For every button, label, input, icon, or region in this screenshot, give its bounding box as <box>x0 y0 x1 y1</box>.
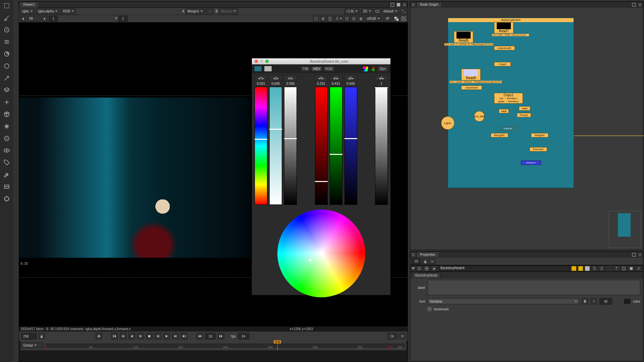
layers-icon[interactable] <box>2 86 11 95</box>
wheel-icon[interactable] <box>363 66 368 71</box>
roi-icon[interactable] <box>313 16 319 22</box>
colorspace-dropdown[interactable]: RGB <box>61 8 76 14</box>
dyn-toggle[interactable]: Dyn <box>377 66 388 72</box>
gpu-dropdown[interactable]: default <box>381 8 399 14</box>
g-header[interactable]: ◂G▸ <box>330 75 342 81</box>
node-premult1[interactable]: Premult1 <box>530 147 547 152</box>
timeline[interactable]: Global 258 0 50 100 150 200 250 300 350 … <box>20 341 406 350</box>
gain-value[interactable]: 1 <box>49 16 58 22</box>
node-graph-canvas[interactable]: BackdropNode4 Read7 s13_sh01._RGB_color.… <box>411 8 642 249</box>
lock-icon[interactable] <box>39 333 45 339</box>
panel-float-icon[interactable] <box>389 2 395 8</box>
cycle-icon[interactable] <box>351 16 357 22</box>
indicator-icon[interactable] <box>416 265 422 272</box>
node-read8[interactable]: Read8 <box>461 69 481 80</box>
clock-icon[interactable] <box>2 25 11 34</box>
properties-tab[interactable]: Properties <box>416 252 439 258</box>
node-map0l[interactable]: map0 <box>499 109 509 113</box>
v-header[interactable]: ◂V▸ <box>284 75 297 81</box>
node-light1[interactable]: Light1 <box>441 116 454 130</box>
ip-toggle[interactable]: IP <box>383 16 392 22</box>
range-dropdown[interactable]: Global <box>21 342 44 348</box>
skip-amount[interactable]: 10 <box>205 333 216 340</box>
node-cam[interactable]: sh13_0000 <box>474 111 485 122</box>
node-viewer[interactable]: Viewer1 <box>521 161 541 165</box>
swatches-icon[interactable] <box>370 66 375 71</box>
hatching-icon[interactable] <box>400 16 407 22</box>
wheel-handle[interactable] <box>309 259 312 261</box>
traffic-close-icon[interactable] <box>255 60 258 63</box>
proxy-dropdown[interactable]: 1 <box>334 16 343 22</box>
play-button[interactable] <box>163 333 170 340</box>
spark-icon[interactable] <box>2 122 11 131</box>
mode-rgb[interactable]: RGB <box>323 66 335 72</box>
prop-close-icon[interactable] <box>637 252 643 258</box>
color-chip-1[interactable] <box>571 266 577 271</box>
node-relight2[interactable]: Relight2 <box>531 133 548 137</box>
prop-float2-icon[interactable] <box>621 265 627 272</box>
label-textarea[interactable] <box>428 280 640 295</box>
view-dropdown[interactable]: 2D <box>361 8 373 14</box>
wrench-small-icon[interactable] <box>431 265 437 272</box>
s-slider[interactable] <box>269 87 282 205</box>
node-copy1[interactable]: Copy1red → Normals.xgreen → Normals.y <box>494 93 523 104</box>
gpu-icon[interactable] <box>374 8 380 14</box>
prev-key-button[interactable] <box>120 333 126 340</box>
prev-clip-icon[interactable] <box>20 16 26 22</box>
handle-icon[interactable] <box>410 2 416 8</box>
a-input-dropdown[interactable]: Merge3 <box>185 8 205 14</box>
step-fwd-button[interactable] <box>155 333 161 340</box>
node-map0r[interactable]: map0 <box>519 106 530 111</box>
first-frame-button[interactable] <box>111 333 118 340</box>
max-panels[interactable]: 10 <box>411 258 421 265</box>
h-slider[interactable] <box>255 87 267 205</box>
redo-icon[interactable] <box>599 265 605 272</box>
b-slider[interactable] <box>344 87 357 205</box>
r-slider[interactable] <box>315 87 328 205</box>
viewer-tab[interactable]: Viewer1 <box>19 2 39 8</box>
stop-button[interactable] <box>146 333 153 340</box>
panel-close-icon[interactable] <box>401 2 408 8</box>
node-relight1[interactable]: ReLight1 <box>491 133 508 137</box>
h-header[interactable]: ◂H▸ <box>255 75 267 81</box>
snowflake-icon[interactable] <box>96 333 102 340</box>
gamma-value[interactable]: 1 <box>118 16 128 22</box>
node-material[interactable]: material <box>501 126 515 131</box>
select-icon[interactable] <box>2 1 11 10</box>
next-clip-icon[interactable] <box>42 16 48 22</box>
clear-all-icon[interactable] <box>429 258 435 264</box>
expand-icon[interactable] <box>400 8 407 14</box>
centre-icon[interactable] <box>424 265 430 272</box>
checker-icon[interactable] <box>393 16 399 22</box>
output-cs-dropdown[interactable]: sRGB <box>365 16 382 22</box>
pause-icon[interactable] <box>358 16 364 22</box>
scale-dropdown[interactable]: ÷1.6( <box>344 8 360 14</box>
b-value[interactable]: 0.565 <box>344 82 357 85</box>
font-dropdown[interactable]: Verdana <box>428 298 579 304</box>
node-phong1[interactable]: Phong1 <box>517 113 531 117</box>
font-size-input[interactable]: 42 <box>599 298 612 305</box>
doc-icon[interactable] <box>327 16 333 22</box>
b-input-dropdown[interactable]: Merge3 <box>219 8 238 14</box>
font-swatch[interactable] <box>624 299 630 304</box>
node-read5[interactable]: Read5 <box>454 31 473 43</box>
g-value[interactable]: 0.431 <box>330 82 342 85</box>
a-header[interactable]: ◂A▸ <box>375 75 388 81</box>
navigator[interactable] <box>609 211 641 248</box>
prop-float-icon[interactable] <box>631 252 637 258</box>
r-header[interactable]: ◂R▸ <box>315 75 328 81</box>
add-icon[interactable] <box>2 98 11 107</box>
drawer-icon[interactable] <box>2 182 11 191</box>
wipe-dropdown[interactable]: - <box>206 8 213 14</box>
tag-icon[interactable] <box>2 158 11 167</box>
node-read7[interactable]: Read7 <box>494 22 514 34</box>
layer-dropdown[interactable]: rgba <box>20 8 35 14</box>
bookmark-checkbox[interactable]: ✕ <box>428 307 431 311</box>
r-value[interactable]: 0.201 <box>315 82 328 85</box>
disclosure-down-icon[interactable] <box>412 267 415 269</box>
fps-value[interactable]: 24 <box>238 333 249 340</box>
color-picker-window[interactable]: BackdropNode4.tile_color TMI HSV RGB Dyn… <box>252 58 391 295</box>
lock-all-icon[interactable] <box>422 258 428 264</box>
skip-back-button[interactable] <box>196 333 203 340</box>
a-slider[interactable] <box>375 87 388 205</box>
